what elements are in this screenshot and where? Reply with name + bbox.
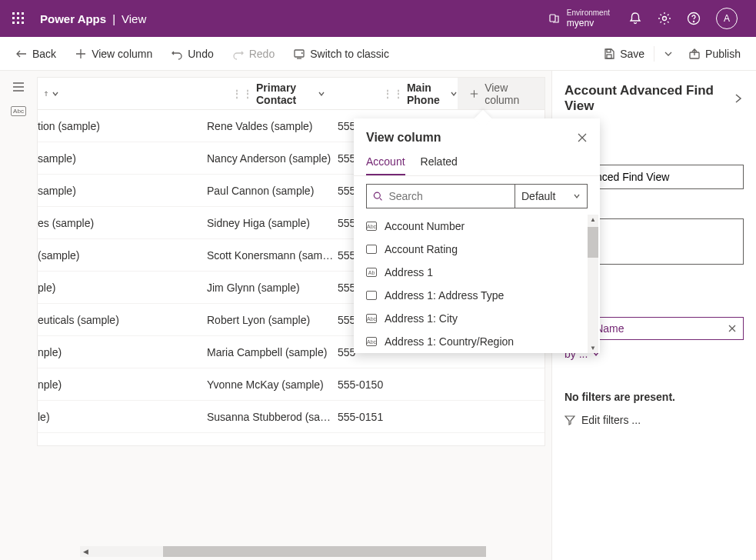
popover-scrollbar[interactable]: ▲ ▼ bbox=[588, 215, 598, 353]
column-main-phone[interactable]: ⋮⋮ Main Phone bbox=[378, 82, 458, 106]
app-launcher-icon[interactable] bbox=[6, 6, 31, 31]
brand-title: Power Apps|View bbox=[40, 12, 146, 25]
popover-scroll-thumb[interactable] bbox=[588, 227, 598, 258]
column-option[interactable]: AbcAddress 1: City bbox=[354, 307, 600, 330]
close-icon[interactable] bbox=[577, 132, 588, 143]
cell-account: es (sample) bbox=[38, 217, 207, 229]
command-bar: Back View column Undo Redo Switch to cla… bbox=[0, 37, 756, 71]
horizontal-scrollbar[interactable]: ◀ ▶ bbox=[80, 546, 336, 557]
notifications-icon[interactable] bbox=[628, 12, 642, 25]
tab-related[interactable]: Related bbox=[421, 151, 458, 175]
svg-rect-2 bbox=[22, 12, 24, 15]
svg-rect-8 bbox=[22, 22, 24, 24]
table-row[interactable]: nple)Yvonne McKay (sample)555-0150 bbox=[38, 368, 545, 401]
add-column-button[interactable]: View column bbox=[458, 78, 545, 109]
save-dropdown-button[interactable] bbox=[661, 46, 676, 62]
svg-rect-6 bbox=[12, 22, 15, 24]
sort-indicator[interactable] bbox=[38, 89, 59, 98]
field-type-icon bbox=[366, 291, 377, 300]
redo-button: Redo bbox=[229, 45, 278, 63]
column-option-label: Account Rating bbox=[385, 243, 458, 255]
svg-rect-7 bbox=[17, 22, 19, 24]
back-button[interactable]: Back bbox=[12, 45, 59, 63]
svg-rect-14 bbox=[607, 49, 611, 52]
column-option-label: Account Number bbox=[385, 220, 465, 232]
grid-header: ⋮⋮ Primary Contact ⋮⋮ Main Phone View co… bbox=[38, 78, 545, 110]
cell-contact: Nancy Anderson (sample) bbox=[207, 152, 338, 165]
cell-phone: 555-0150 bbox=[338, 378, 422, 391]
column-option[interactable]: AbcAccount Number bbox=[354, 215, 600, 238]
collapse-pane-icon[interactable] bbox=[733, 93, 744, 104]
cell-contact: Yvonne McKay (sample) bbox=[207, 378, 338, 391]
svg-point-10 bbox=[663, 17, 667, 21]
cell-contact: Sidney Higa (sample) bbox=[207, 217, 338, 229]
cell-contact: Maria Campbell (sample) bbox=[207, 346, 338, 358]
column-option[interactable]: Account Rating bbox=[354, 238, 600, 261]
left-rail: Abc bbox=[0, 71, 37, 560]
cell-phone: 555-0151 bbox=[338, 411, 422, 423]
cell-account: sample) bbox=[38, 152, 207, 165]
cell-contact: Robert Lyon (sample) bbox=[207, 314, 338, 326]
cell-account: nple) bbox=[38, 378, 207, 391]
column-option[interactable]: AbcAddress 1: Country/Region bbox=[354, 330, 600, 353]
cell-account: le) bbox=[38, 411, 207, 423]
switch-to-classic-button[interactable]: Switch to classic bbox=[290, 45, 392, 63]
cell-account: euticals (sample) bbox=[38, 314, 207, 326]
cell-account: nple) bbox=[38, 346, 207, 358]
column-option-label: Address 1: Country/Region bbox=[385, 335, 514, 348]
column-option[interactable]: AbAddress 1 bbox=[354, 261, 600, 284]
pane-title: Account Advanced Find View bbox=[565, 83, 733, 114]
filter-dropdown[interactable]: Default bbox=[515, 185, 587, 208]
tab-account[interactable]: Account bbox=[366, 151, 405, 175]
hamburger-icon[interactable] bbox=[12, 80, 25, 94]
cell-account: (sample) bbox=[38, 249, 207, 262]
app-header: Power Apps|View Environment myenv A bbox=[0, 0, 756, 37]
search-input[interactable] bbox=[367, 185, 515, 208]
cell-contact: Jim Glynn (sample) bbox=[207, 282, 338, 294]
cell-contact: Scott Konersmann (sample) bbox=[207, 249, 338, 262]
popover-title: View column bbox=[366, 131, 441, 145]
field-type-icon[interactable]: Abc bbox=[11, 106, 26, 116]
column-primary-contact[interactable]: ⋮⋮ Primary Contact bbox=[227, 82, 325, 106]
svg-rect-4 bbox=[17, 17, 19, 19]
svg-rect-1 bbox=[17, 12, 19, 15]
search-field[interactable] bbox=[388, 190, 508, 202]
field-type-icon: Abc bbox=[366, 222, 377, 231]
scroll-down-icon[interactable]: ▼ bbox=[588, 345, 598, 352]
field-type-icon bbox=[366, 245, 377, 254]
add-view-column-button[interactable]: View column bbox=[72, 45, 155, 63]
field-type-icon: Abc bbox=[366, 314, 377, 323]
field-type-icon: Ab bbox=[366, 268, 377, 277]
svg-point-17 bbox=[374, 192, 380, 198]
save-button[interactable]: Save bbox=[600, 45, 648, 63]
svg-rect-15 bbox=[607, 55, 611, 58]
cell-contact: Susanna Stubberod (samp... bbox=[207, 411, 338, 423]
undo-button[interactable]: Undo bbox=[168, 45, 216, 63]
svg-point-12 bbox=[693, 21, 694, 22]
help-icon[interactable] bbox=[687, 12, 701, 25]
publish-button[interactable]: Publish bbox=[685, 45, 744, 63]
environment-selector[interactable]: Environment myenv bbox=[548, 8, 610, 28]
remove-sort-icon[interactable] bbox=[728, 324, 737, 333]
cell-account: tion (sample) bbox=[38, 120, 207, 132]
table-row[interactable]: le)Susanna Stubberod (samp...555-0151 bbox=[38, 401, 545, 433]
column-option-label: Address 1: City bbox=[385, 312, 458, 325]
edit-filters-button[interactable]: Edit filters ... bbox=[565, 414, 744, 426]
column-option[interactable]: Address 1: Address Type bbox=[354, 284, 600, 307]
scroll-up-icon[interactable]: ▲ bbox=[588, 216, 598, 223]
column-option-label: Address 1: Address Type bbox=[385, 289, 504, 302]
scroll-left-icon[interactable]: ◀ bbox=[80, 546, 91, 557]
svg-rect-9 bbox=[550, 15, 555, 22]
cell-account: sample) bbox=[38, 185, 207, 197]
user-avatar[interactable]: A bbox=[716, 8, 738, 29]
scroll-thumb[interactable] bbox=[163, 546, 486, 557]
cell-account: ple) bbox=[38, 282, 207, 294]
svg-rect-0 bbox=[12, 12, 15, 15]
no-filters-label: No filters are present. bbox=[565, 391, 744, 403]
view-column-popover: View column Account Related Default AbcA… bbox=[354, 118, 600, 353]
field-type-icon: Abc bbox=[366, 337, 377, 346]
svg-rect-5 bbox=[22, 17, 24, 19]
cell-contact: Rene Valdes (sample) bbox=[207, 120, 338, 132]
settings-icon[interactable] bbox=[658, 12, 671, 25]
cell-contact: Paul Cannon (sample) bbox=[207, 185, 338, 197]
